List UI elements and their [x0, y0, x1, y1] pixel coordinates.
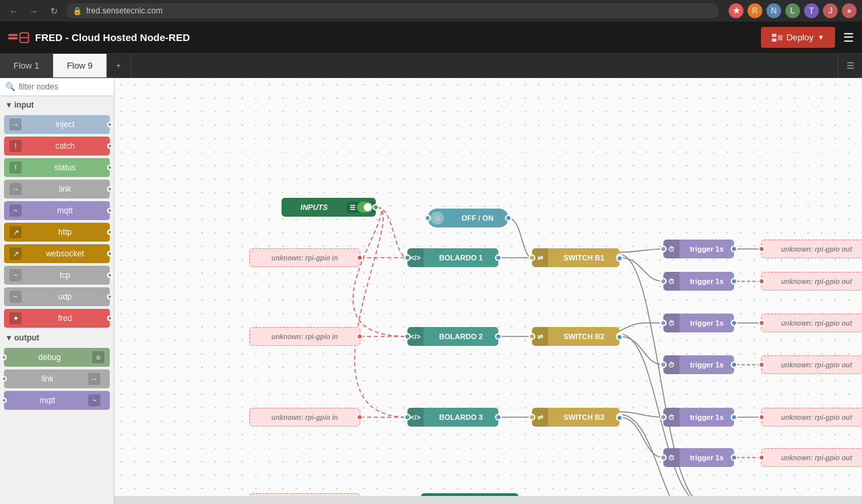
inputs-toggle[interactable]	[357, 202, 373, 213]
rpi-in2-node[interactable]: unknown: rpi-gpio in	[249, 327, 360, 346]
ext2-icon[interactable]: N	[766, 3, 781, 18]
toggle-knob	[364, 203, 372, 211]
node-debug-out[interactable]: debug ≡	[4, 348, 110, 367]
off-on-label: OFF / ON	[446, 211, 508, 225]
tab-list-button[interactable]: ☰	[838, 54, 862, 77]
rpi-in3-node[interactable]: unknown: rpi-gpio in	[249, 408, 360, 427]
node-http-in[interactable]: ↗ http	[4, 223, 110, 242]
node-catch[interactable]: ! catch	[4, 137, 110, 155]
filter-nodes-container[interactable]: 🔍	[0, 78, 114, 96]
trigger3-port-left	[660, 320, 667, 326]
rpi-out4-port-left	[758, 361, 765, 368]
mqtt-in-label: mqtt	[26, 206, 104, 215]
back-button[interactable]: ←	[5, 3, 22, 19]
switch-b3-node[interactable]: ⇌ SWITCH B3	[532, 408, 620, 427]
ext3-icon[interactable]: L	[785, 3, 800, 18]
switch-b1-node[interactable]: ⇌ SWITCH B1	[532, 248, 620, 267]
rpi-out4-node[interactable]: unknown: rpi-gpio out	[761, 355, 862, 374]
bolardo2-port-left	[404, 333, 411, 340]
section-output-header[interactable]: ▾ output	[0, 329, 114, 347]
reload-button[interactable]: ↻	[46, 3, 62, 19]
fred-in-port-right	[107, 316, 112, 321]
menu-button[interactable]: ☰	[843, 30, 854, 45]
mqtt-out-label: mqtt	[9, 396, 86, 405]
catch-port-right	[107, 143, 112, 149]
rpi-out2-port-left	[758, 278, 765, 285]
forward-button[interactable]: →	[26, 3, 42, 19]
node-fred-in[interactable]: ✦ fred	[4, 309, 110, 328]
rpi-in3-label: unknown: rpi-gpio in	[250, 410, 360, 425]
trigger1-port-left	[660, 246, 667, 252]
fred-in-icon: ✦	[9, 312, 22, 324]
node-inject[interactable]: → inject	[4, 115, 110, 134]
trigger3-node[interactable]: ⏱ trigger 1s	[663, 314, 734, 332]
node-udp-in[interactable]: ~ udp	[4, 287, 110, 306]
rpi-out5-label: unknown: rpi-gpio out	[762, 410, 862, 425]
mqtt-in-port-right	[107, 208, 112, 213]
node-mqtt-in[interactable]: ~ mqtt	[4, 201, 110, 220]
link-in-icon: →	[9, 183, 22, 195]
rpi-out1-node[interactable]: unknown: rpi-gpio out	[761, 240, 862, 258]
rpi-out5-node[interactable]: unknown: rpi-gpio out	[761, 408, 862, 427]
address-bar[interactable]: 🔒 fred.sensetecnic.com	[66, 3, 719, 18]
websocket-in-icon: ↗	[9, 248, 22, 260]
switch-b3-port-left	[529, 414, 535, 421]
trigger4-node[interactable]: ⏱ trigger 1s	[663, 355, 734, 374]
inject-icon: →	[9, 118, 22, 131]
http-in-port-right	[107, 229, 112, 235]
trigger6-node[interactable]: ⏱ trigger 1s	[663, 448, 734, 467]
bolardo2-port-right	[495, 333, 502, 340]
bolardo3-node[interactable]: </> BOLARDO 3	[407, 408, 498, 427]
trigger2-node[interactable]: ⏱ trigger 1s	[663, 272, 734, 291]
rpi-out6-node[interactable]: unknown: rpi-gpio out	[761, 448, 862, 467]
mqtt-in-icon: ~	[9, 205, 22, 217]
off-on-node[interactable]: ⊙ OFF / ON	[428, 209, 508, 227]
switch-b2-node[interactable]: ⇌ SWITCH B2	[532, 327, 620, 346]
rpi-out3-node[interactable]: unknown: rpi-gpio out	[761, 314, 862, 332]
rpi-out2-node[interactable]: unknown: rpi-gpio out	[761, 272, 862, 291]
filter-nodes-input[interactable]	[19, 82, 108, 92]
section-output-arrow: ▾	[7, 333, 11, 343]
bolardo1-node[interactable]: </> BOLARDO 1	[407, 248, 498, 267]
main-layout: 🔍 ▾ input → inject ! catch ! status → li…	[0, 78, 862, 504]
udp-in-label: udp	[26, 292, 104, 301]
tab-flow9-label: Flow 9	[67, 61, 92, 71]
trigger6-port-left	[660, 454, 667, 461]
trigger1-node[interactable]: ⏱ trigger 1s	[663, 240, 734, 258]
url-text: fred.sensetecnic.com	[86, 6, 162, 15]
node-websocket-in[interactable]: ↗ websocket	[4, 244, 110, 263]
trigger5-node[interactable]: ⏱ trigger 1s	[663, 408, 734, 427]
tab-flow1[interactable]: Flow 1	[0, 54, 53, 77]
tab-flow9[interactable]: Flow 9	[53, 54, 106, 77]
ext1-icon[interactable]: R	[748, 3, 762, 18]
inputs-node[interactable]: INPUTS ☰	[281, 198, 376, 217]
node-mqtt-out[interactable]: mqtt ~	[4, 391, 110, 410]
browser-bar: ← → ↻ 🔒 fred.sensetecnic.com ★ R N L T J…	[0, 0, 862, 22]
user-icon[interactable]: J	[823, 3, 838, 18]
bolardo2-node[interactable]: </> BOLARDO 2	[407, 327, 498, 346]
ext4-icon[interactable]: T	[804, 3, 819, 18]
svg-rect-6	[778, 35, 783, 40]
canvas-scrollbar-h[interactable]	[114, 496, 862, 504]
section-output-label: output	[14, 333, 39, 343]
rpi-in1-node[interactable]: unknown: rpi-gpio in	[249, 248, 360, 267]
add-tab-button[interactable]: +	[107, 54, 131, 77]
svg-rect-5	[772, 38, 776, 42]
rpi-out6-label: unknown: rpi-gpio out	[762, 451, 862, 465]
star-icon[interactable]: ★	[729, 3, 743, 18]
flow-canvas[interactable]: INPUTS ☰ ⊙ OFF / ON unknown: rpi-gpio in…	[114, 78, 862, 504]
node-status[interactable]: ! status	[4, 158, 110, 177]
node-tcp-in[interactable]: ~ tcp	[4, 266, 110, 285]
trigger5-port-right	[731, 414, 737, 421]
node-link-in[interactable]: → link	[4, 180, 110, 199]
link-in-port-right	[107, 186, 112, 192]
profile-icon[interactable]: ●	[842, 3, 857, 18]
inject-label: inject	[26, 120, 104, 129]
rpi-out5-port-left	[758, 414, 765, 421]
trigger2-port-left	[660, 278, 667, 285]
status-icon: !	[9, 161, 22, 174]
tcp-in-port-right	[107, 273, 112, 278]
deploy-button[interactable]: Deploy ▼	[761, 27, 835, 48]
node-link-out[interactable]: link →	[4, 369, 110, 388]
section-input-header[interactable]: ▾ input	[0, 96, 114, 114]
